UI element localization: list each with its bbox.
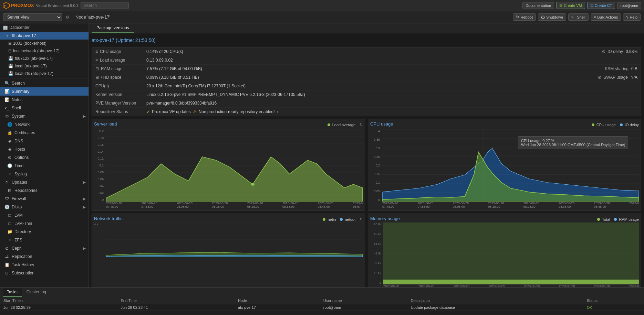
io-delay-value: 0.93% xyxy=(626,49,637,54)
sidebar-item-shell[interactable]: >_ Shell xyxy=(0,104,89,112)
shutdown-button[interactable]: ⏻ Shutdown xyxy=(538,13,566,21)
help-button[interactable]: ? Help xyxy=(623,13,641,21)
sidebar-item-lvm-thin[interactable]: □ LVM-Thin xyxy=(0,219,89,228)
ram-value: 7.57% (7.12 GiB of 94.00 GiB) xyxy=(146,66,602,71)
net-y-label: 4 k xyxy=(94,222,98,226)
th-description[interactable]: Description xyxy=(407,297,583,304)
directory-icon: 📁 xyxy=(7,229,12,235)
ct-icon: ⊡ xyxy=(590,3,593,8)
io-delay-label: ⊙ IO delay xyxy=(602,49,623,54)
tab-tasks[interactable]: Tasks xyxy=(3,288,22,297)
server-view-select[interactable]: Server View xyxy=(3,13,62,21)
cpus-value: 20 x 12th Gen Intel(R) Core(TM) i7-12700… xyxy=(146,84,637,88)
sidebar-item-certificates[interactable]: 🔒 Certificates xyxy=(0,129,89,137)
repo-row: Repository Status ✔ Proxmox VE updates ⚠… xyxy=(92,108,641,116)
sidebar-item-subscription[interactable]: ⊙ Subscription xyxy=(0,269,89,277)
sidebar-item-summary[interactable]: 📊 Summary xyxy=(0,87,89,96)
sidebar-item-firewall[interactable]: 🛡 Firewall ▶ xyxy=(0,195,89,203)
documentation-button[interactable]: Documentation xyxy=(522,2,554,9)
server-load-svg-container xyxy=(106,129,363,202)
tab-package-versions[interactable]: Package versions xyxy=(92,23,134,33)
th-status[interactable]: Status xyxy=(583,297,644,304)
bulk-actions-button[interactable]: ≡ Bulk Actions xyxy=(591,13,621,21)
cpu-usage-chart: CPU usage CPU usage IO delay xyxy=(368,119,641,211)
charts-row-1: Server load Load average ↻ 0 0.02 xyxy=(92,119,641,211)
sidebar-item-zfs[interactable]: ≡ ZFS xyxy=(0,236,89,244)
io-icon: ⊙ xyxy=(602,49,605,54)
datacenter-item[interactable]: 🏢 Datacenter xyxy=(0,23,89,32)
search-input[interactable] xyxy=(81,2,129,9)
summary-icon: 📊 xyxy=(4,89,10,94)
swap-value: N/A xyxy=(631,75,637,80)
netin-dot xyxy=(323,218,325,221)
swap-label: ⊙ SWAP usage xyxy=(598,75,628,80)
sidebar-item-repositories[interactable]: ⊟ Repositories xyxy=(0,186,89,195)
sidebar-item-search[interactable]: 🔍 Search xyxy=(0,79,89,87)
vm-icon: ⊞ xyxy=(8,41,12,46)
charts-row-2: Network traffic netin netout ↻ xyxy=(92,214,641,287)
table-row[interactable]: Jun 28 02:28:39 Jun 28 02:28:41 atx-pve-… xyxy=(0,304,644,311)
repo-ok-text: Proxmox VE updates xyxy=(152,109,191,114)
th-node[interactable]: Node xyxy=(235,297,320,304)
memory-chart-title: Memory usage xyxy=(370,216,400,221)
warn-icon: ⚠ xyxy=(193,109,197,114)
fw-expand-icon: ▶ xyxy=(83,196,86,201)
sidebar-item-network[interactable]: 🌐 Network xyxy=(0,120,89,129)
sidebar-item-notes[interactable]: 📝 Notes xyxy=(0,96,89,104)
gear-icon[interactable]: ⚙ xyxy=(65,15,69,20)
reboot-button[interactable]: ↻ Reboot xyxy=(513,13,536,21)
create-ct-button[interactable]: ⊡ Create CT xyxy=(587,2,615,9)
storage-local[interactable]: 💾 local (atx-pve-17) xyxy=(0,62,89,70)
sidebar-item-syslog[interactable]: ≡ Syslog xyxy=(0,170,89,178)
tab-cluster-log[interactable]: Cluster log xyxy=(22,288,50,297)
node-atx-pve-17[interactable]: ▼ 🖥 atx-pve-17 xyxy=(0,32,89,40)
load-tooltip-dot xyxy=(251,183,255,186)
load-area xyxy=(106,157,363,202)
load-legend-dot xyxy=(328,123,330,126)
storage-fs6712x[interactable]: 💾 fs6712x (atx-pve-17) xyxy=(0,55,89,62)
sidebar-item-options[interactable]: ⊙ Options xyxy=(0,153,89,162)
sidebar-item-dns[interactable]: ◈ DNS xyxy=(0,137,89,145)
reboot-icon: ↻ xyxy=(516,15,519,19)
subscription-icon: ⊙ xyxy=(4,270,10,276)
net-refresh-icon[interactable]: ↻ xyxy=(360,217,363,221)
ram-usage-legend: RAM usage xyxy=(614,217,639,221)
load-label: ≡ Load average xyxy=(95,58,144,63)
sidebar-item-updates[interactable]: ↻ Updates ▶ xyxy=(0,178,89,186)
chart-refresh-icon[interactable]: ↻ xyxy=(360,122,363,127)
th-end-time[interactable]: End Time xyxy=(117,297,234,304)
updates-icon: ↻ xyxy=(4,180,10,185)
create-vm-button[interactable]: ⊞ Create VM xyxy=(556,2,585,9)
task-start: Jun 28 02:28:39 xyxy=(0,304,117,311)
sidebar-item-ceph[interactable]: ⊙ Ceph ▶ xyxy=(0,244,89,252)
task-desc: Update package database xyxy=(407,304,583,311)
storage-local-zfs[interactable]: 💾 local-zfs (atx-pve-17) xyxy=(0,70,89,77)
shell-button[interactable]: >_ Shell xyxy=(568,13,589,21)
user-menu-button[interactable]: root@pam xyxy=(617,2,641,9)
server-load-chart-area: 0 0.02 0.04 0.06 0.08 0.1 0.12 0.14 0.16… xyxy=(94,129,363,208)
datacenter-icon: 🏢 xyxy=(3,25,8,30)
expand-icon: ▶ xyxy=(83,114,86,119)
sidebar-item-system[interactable]: ⚙ System ▶ xyxy=(0,112,89,120)
pve-value: pve-manager/8.0.3/bbf3993334bfa916 xyxy=(146,101,637,106)
storage-icon: 💾 xyxy=(8,56,13,61)
sidebar-item-task-history[interactable]: 📋 Task History xyxy=(0,261,89,269)
sidebar-item-disks[interactable]: 💽 Disks ▶ xyxy=(0,203,89,211)
proxmox-logo: P PROXMOX xyxy=(3,2,34,9)
load-row: ≡ Load average 0.13,0.09,0.02 xyxy=(92,56,641,65)
sidebar-item-lvm[interactable]: □ LVM xyxy=(0,211,89,219)
vm-1001[interactable]: ⊞ 1001 (dockerhost) xyxy=(0,40,89,47)
repo-link-icon[interactable]: › xyxy=(277,109,278,114)
th-username[interactable]: User name xyxy=(320,297,407,304)
sidebar-item-directory[interactable]: 📁 Directory xyxy=(0,228,89,236)
network-menu-icon: 🌐 xyxy=(7,122,12,127)
th-start-time[interactable]: Start Time ↓ xyxy=(0,297,117,304)
cpu-legend: CPU usage xyxy=(592,123,616,127)
sidebar-item-hosts[interactable]: ◈ Hosts xyxy=(0,145,89,153)
proxmox-icon: P xyxy=(3,2,10,9)
sidebar-item-replication[interactable]: ⇄ Replication xyxy=(0,252,89,261)
shell-icon: >_ xyxy=(571,15,576,19)
mem-svg-container xyxy=(383,222,639,284)
network-localnetwork[interactable]: ⊟ localnetwork (atx-pve-17) xyxy=(0,47,89,55)
sidebar-item-time[interactable]: 🕐 Time xyxy=(0,162,89,170)
